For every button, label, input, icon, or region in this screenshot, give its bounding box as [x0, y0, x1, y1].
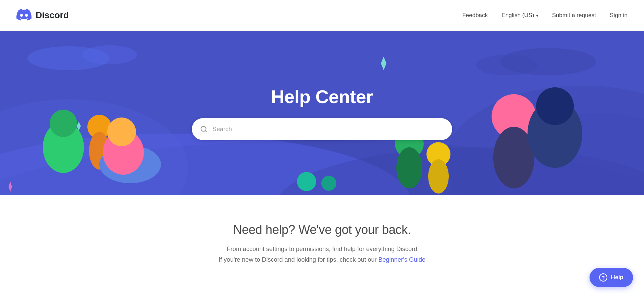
svg-point-22	[396, 147, 422, 188]
search-input[interactable]	[212, 126, 444, 133]
svg-point-5	[82, 45, 137, 64]
help-button[interactable]: ? Help	[590, 268, 633, 287]
svg-point-7	[476, 55, 538, 75]
language-label: English (US)	[501, 12, 534, 19]
hero-content: Help Center	[192, 86, 452, 140]
below-hero-section: Need help? We've got your back. From acc…	[0, 195, 644, 278]
svg-point-24	[428, 159, 449, 194]
sub-text-line1: From account settings to permissions, fi…	[227, 246, 417, 252]
sub-text-line2-prefix: If you're new to Discord and looking for…	[219, 256, 379, 263]
chevron-down-icon: ▾	[536, 13, 538, 18]
svg-point-28	[536, 87, 574, 125]
help-button-label: Help	[611, 274, 623, 281]
logo-text: Discord	[36, 10, 69, 21]
search-icon	[200, 125, 208, 133]
logo-area[interactable]: Discord	[16, 7, 69, 24]
help-circle-icon: ?	[599, 273, 607, 282]
main-nav: Feedback English (US) ▾ Submit a request…	[462, 12, 628, 19]
svg-point-15	[50, 110, 77, 137]
sub-text: From account settings to permissions, fi…	[16, 244, 628, 265]
discord-logo-icon	[16, 7, 32, 24]
tagline: Need help? We've got your back.	[16, 223, 628, 237]
language-selector[interactable]: English (US) ▾	[501, 12, 538, 19]
svg-point-29	[297, 172, 316, 191]
sign-in-link[interactable]: Sign in	[610, 12, 628, 19]
help-center-title: Help Center	[271, 86, 373, 107]
search-bar	[192, 118, 452, 140]
feedback-link[interactable]: Feedback	[462, 12, 488, 19]
site-header: Discord Feedback English (US) ▾ Submit a…	[0, 0, 644, 31]
submit-request-link[interactable]: Submit a request	[552, 12, 596, 19]
svg-point-20	[107, 117, 136, 146]
hero-section: Help Center	[0, 31, 644, 195]
svg-point-30	[321, 176, 336, 191]
beginners-guide-link[interactable]: Beginner's Guide	[379, 256, 426, 263]
svg-line-32	[205, 131, 207, 132]
